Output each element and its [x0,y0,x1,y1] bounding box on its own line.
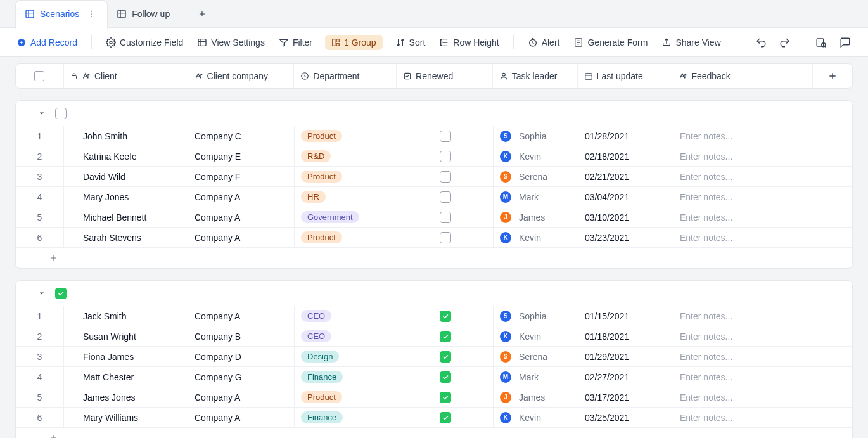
table-row[interactable]: 1Jack SmithCompany ACEOSSophia01/15/2021… [16,306,852,326]
cell-leader[interactable]: SSophia [494,126,578,146]
cell-client[interactable]: David Wild [64,167,188,186]
cell-company[interactable]: Company F [188,167,295,186]
cell-renewed[interactable] [397,207,494,227]
group-button[interactable]: 1 Group [325,35,383,50]
table-row[interactable]: 2Susan WrightCompany BCEOKKevin01/18/202… [16,326,852,347]
renewed-checkbox[interactable] [440,191,451,203]
cell-department[interactable]: Government [295,207,397,227]
cell-client[interactable]: Jack Smith [64,306,188,326]
cell-renewed[interactable] [397,347,494,366]
cell-feedback[interactable]: Enter notes... [673,387,852,407]
cell-department[interactable]: CEO [295,306,397,326]
cell-leader[interactable]: MMark [494,367,578,387]
cell-client[interactable]: Katrina Keefe [64,146,188,166]
cell-update[interactable]: 03/10/2021 [578,207,673,227]
cell-department[interactable]: Product [295,228,397,247]
cell-renewed[interactable] [397,387,494,407]
cell-client[interactable]: Sarah Stevens [64,228,188,247]
cell-update[interactable]: 03/17/2021 [578,387,673,407]
cell-leader[interactable]: MMark [494,187,578,207]
renewed-checkbox[interactable] [440,151,451,162]
table-row[interactable]: 5Michael BennettCompany AGovernmentJJame… [16,207,852,228]
share-view-button[interactable]: Share View [660,35,722,50]
cell-leader[interactable]: JJames [494,207,578,227]
chevron-down-icon[interactable] [36,108,48,119]
cell-client[interactable]: James Jones [64,387,188,407]
cell-client[interactable]: Susan Wright [64,326,188,346]
cell-feedback[interactable]: Enter notes... [673,347,852,366]
cell-update[interactable]: 02/18/2021 [578,146,673,166]
cell-company[interactable]: Company A [188,306,295,326]
cell-renewed[interactable] [397,167,494,186]
cell-company[interactable]: Company A [188,207,295,227]
table-row[interactable]: 6Sarah StevensCompany AProductKKevin03/2… [16,228,852,248]
table-row[interactable]: 3David WildCompany FProductSSerena02/21/… [16,167,852,187]
cell-renewed[interactable] [397,367,494,387]
undo-button[interactable] [753,35,769,50]
filter-button[interactable]: Filter [278,35,314,50]
renewed-checkbox[interactable] [440,412,451,423]
cell-company[interactable]: Company A [188,387,295,407]
cell-company[interactable]: Company C [188,126,295,146]
column-header-department[interactable]: Department [294,64,397,88]
cell-company[interactable]: Company E [188,146,295,166]
cell-leader[interactable]: JJames [494,387,578,407]
cell-update[interactable]: 01/18/2021 [578,326,673,346]
column-header-renewed[interactable]: Renewed [397,64,493,88]
cell-department[interactable]: R&D [295,146,397,166]
cell-feedback[interactable]: Enter notes... [673,167,852,186]
cell-renewed[interactable] [397,326,494,346]
renewed-checkbox[interactable] [440,311,451,322]
group-header[interactable] [16,101,852,126]
cell-feedback[interactable]: Enter notes... [673,146,852,166]
table-row[interactable]: 4Matt ChesterCompany GFinanceMMark02/27/… [16,367,852,387]
cell-department[interactable]: Finance [295,367,397,387]
cell-department[interactable]: Product [295,167,397,186]
customize-field-button[interactable]: Customize Field [105,35,184,50]
table-row[interactable]: 4Mary JonesCompany AHRMMark03/04/2021Ent… [16,187,852,207]
cell-company[interactable]: Company A [188,187,295,207]
cell-update[interactable]: 03/04/2021 [578,187,673,207]
cell-client[interactable]: Fiona James [64,347,188,366]
alert-button[interactable]: Alert [527,35,561,50]
cell-feedback[interactable]: Enter notes... [673,367,852,387]
cell-client[interactable]: Mary Jones [64,187,188,207]
cell-department[interactable]: HR [295,187,397,207]
cell-client[interactable]: John Smith [64,126,188,146]
cell-renewed[interactable] [397,187,494,207]
cell-feedback[interactable]: Enter notes... [673,306,852,326]
cell-renewed[interactable] [397,408,494,427]
cell-renewed[interactable] [397,126,494,146]
add-row-button[interactable] [16,428,852,438]
cell-department[interactable]: Product [295,126,397,146]
chevron-down-icon[interactable] [36,288,48,299]
renewed-checkbox[interactable] [440,131,451,142]
cell-update[interactable]: 01/29/2021 [578,347,673,366]
cell-department[interactable]: CEO [295,326,397,346]
add-row-button[interactable] [16,248,852,268]
column-header-client[interactable]: Client [64,64,188,88]
cell-company[interactable]: Company A [188,228,295,247]
cell-client[interactable]: Michael Bennett [64,207,188,227]
cell-update[interactable]: 02/21/2021 [578,167,673,186]
table-row[interactable]: 2Katrina KeefeCompany ER&DKKevin02/18/20… [16,146,852,167]
renewed-checkbox[interactable] [440,212,451,223]
generate-form-button[interactable]: Generate Form [572,35,649,50]
cell-feedback[interactable]: Enter notes... [673,207,852,227]
cell-company[interactable]: Company A [188,408,295,427]
cell-update[interactable]: 01/28/2021 [578,126,673,146]
comments-button[interactable] [838,35,853,50]
renewed-checkbox[interactable] [440,371,451,383]
cell-client[interactable]: Matt Chester [64,367,188,387]
cell-company[interactable]: Company B [188,326,295,346]
cell-feedback[interactable]: Enter notes... [673,126,852,146]
add-column-button[interactable] [813,64,852,88]
table-row[interactable]: 3Fiona JamesCompany DDesignSSerena01/29/… [16,347,852,367]
cell-feedback[interactable]: Enter notes... [673,326,852,346]
cell-renewed[interactable] [397,146,494,166]
cell-leader[interactable]: KKevin [494,228,578,247]
renewed-checkbox[interactable] [440,232,451,243]
cell-company[interactable]: Company G [188,367,295,387]
cell-leader[interactable]: KKevin [494,326,578,346]
cell-leader[interactable]: KKevin [494,408,578,427]
